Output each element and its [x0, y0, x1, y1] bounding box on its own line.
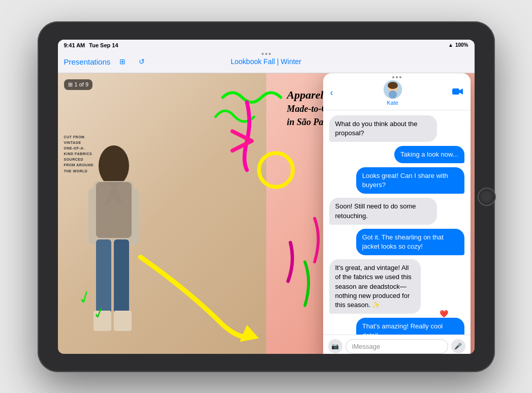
ipad-screen: 9:41 AM Tue Sep 14 ▲ 100% Presentations …	[58, 40, 475, 354]
message-bubble-3: Looks great! Can I share with buyers?	[356, 167, 464, 194]
messages-back-button[interactable]: ‹	[330, 87, 333, 98]
svg-rect-24	[452, 88, 459, 95]
svg-point-22	[388, 82, 398, 89]
message-bubble-4: Soon! Still need to do some retouching.	[329, 198, 437, 224]
svg-rect-5	[114, 239, 129, 316]
svg-rect-6	[93, 311, 111, 331]
undo-icon[interactable]: ↺	[135, 56, 149, 67]
messages-panel: ‹ Kate	[323, 73, 471, 354]
home-button[interactable]	[478, 188, 496, 206]
message-bubble-5: Got it. The shearling on that jacket loo…	[356, 229, 464, 255]
status-date: Tue Sep 14	[89, 42, 118, 48]
messages-contact[interactable]: Kate	[384, 80, 402, 106]
status-bar: 9:41 AM Tue Sep 14 ▲ 100%	[58, 40, 475, 51]
status-time: 9:41 AM	[64, 42, 85, 48]
document-title: Lookbook Fall | Winter	[231, 57, 301, 66]
message-bubble-7: That's amazing! Really cool detail.	[356, 318, 464, 334]
back-to-presentations-button[interactable]: Presentations	[64, 57, 111, 66]
message-bubble-2: Taking a look now...	[394, 146, 464, 163]
imessage-input[interactable]: iMessage	[346, 339, 448, 354]
video-call-button[interactable]	[452, 87, 463, 98]
ipad-device: 9:41 AM Tue Sep 14 ▲ 100% Presentations …	[38, 21, 495, 372]
messages-top-dots	[323, 73, 471, 78]
panel-icon[interactable]: ⊞	[115, 56, 130, 67]
svg-rect-4	[96, 239, 111, 316]
keynote-toolbar: Presentations ⊞ ↺ Lookbook Fall | Winter	[58, 51, 475, 73]
camera-icon[interactable]: 📷	[328, 339, 342, 353]
slide-sidebar-text: CUT FROM VINTAGE ONE-OF-A- KIND FABRICS …	[64, 134, 94, 174]
battery-icon: 100%	[455, 42, 468, 48]
audio-record-button[interactable]: 🎤	[451, 339, 465, 353]
svg-rect-7	[114, 311, 132, 331]
slide-left-panel	[58, 73, 266, 354]
slide-counter: ⊞ 1 of 9	[64, 79, 93, 90]
contact-avatar	[384, 80, 402, 99]
messages-list: What do you think about the proposal? Ta…	[323, 110, 471, 335]
contact-name: Kate	[387, 100, 398, 106]
svg-point-23	[389, 90, 397, 99]
message-bubble-6: It's great, and vintage! All of the fabr…	[329, 259, 421, 314]
message-bubble-1: What do you think about the proposal?	[329, 115, 437, 142]
heart-reaction: ❤️	[440, 310, 448, 318]
main-area: ⊞ 1 of 9	[58, 73, 475, 354]
messages-header: ‹ Kate	[323, 78, 471, 110]
wifi-icon: ▲	[448, 42, 453, 48]
messages-input-area: 📷 iMessage 🎤	[323, 335, 471, 354]
toolbar-dots	[262, 53, 271, 55]
svg-point-0	[99, 145, 129, 186]
